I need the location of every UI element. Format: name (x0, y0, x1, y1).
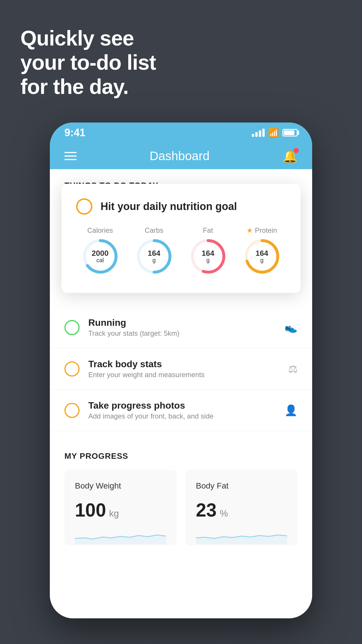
body-weight-value: 100 (75, 500, 106, 521)
body-weight-card[interactable]: Body Weight 100 kg (64, 470, 177, 545)
star-icon: ★ (247, 226, 253, 235)
body-fat-card[interactable]: Body Fat 23 % (185, 470, 298, 545)
nutrition-card-title: Hit your daily nutrition goal (101, 200, 237, 213)
calories-label: Calories (87, 226, 113, 235)
hero-line1: Quickly see (20, 26, 156, 50)
content-area: THINGS TO DO TODAY Hit your daily nutrit… (50, 169, 312, 618)
progress-cards: Body Weight 100 kg Body Fat (64, 470, 298, 545)
body-fat-title: Body Fat (196, 481, 287, 491)
notification-dot (294, 148, 299, 153)
hero-line3: for the day. (20, 75, 156, 99)
menu-button[interactable] (64, 152, 77, 160)
nutrition-carbs: Carbs 164 g (130, 226, 178, 275)
todo-list: Running Track your stats (target: 5km) 👟… (50, 307, 312, 431)
phone-frame: 9:41 📶 Dashboard 🔔 THINGS TO DO TOD (50, 123, 312, 618)
nutrition-card: Hit your daily nutrition goal Calories 2… (61, 184, 301, 293)
running-title: Running (88, 317, 276, 328)
carbs-donut: 164 g (135, 237, 173, 275)
body-weight-unit: kg (109, 508, 119, 519)
nutrition-calories: Calories 2000 cal (76, 226, 124, 275)
photos-check-circle[interactable] (64, 403, 80, 418)
hero-line2: your to-do list (20, 50, 156, 75)
nav-title: Dashboard (150, 149, 209, 163)
running-subtitle: Track your stats (target: 5km) (88, 329, 276, 337)
protein-donut: 164 g (243, 237, 281, 275)
todo-progress-photos[interactable]: Take progress photos Add images of your … (50, 390, 312, 431)
running-check-circle[interactable] (64, 320, 80, 335)
photos-title: Take progress photos (88, 400, 276, 411)
fat-label: Fat (203, 226, 213, 235)
wifi-icon: 📶 (268, 128, 279, 138)
nutrition-row: Calories 2000 cal Carbs (76, 226, 286, 275)
protein-label: ★ Protein (247, 226, 277, 235)
nav-bar: Dashboard 🔔 (50, 143, 312, 169)
body-fat-value: 23 (196, 500, 217, 521)
person-icon: 👤 (284, 404, 298, 416)
hero-text: Quickly see your to-do list for the day. (20, 26, 156, 99)
progress-section-title: MY PROGRESS (64, 452, 298, 461)
body-weight-chart (75, 527, 166, 544)
body-stats-check-circle[interactable] (64, 361, 80, 377)
battery-icon (282, 129, 298, 136)
card-header: Hit your daily nutrition goal (76, 198, 286, 215)
body-fat-unit: % (220, 508, 228, 519)
status-icons: 📶 (252, 128, 298, 138)
status-bar: 9:41 📶 (50, 123, 312, 143)
progress-section: MY PROGRESS Body Weight 100 kg (50, 437, 312, 557)
signal-icon (252, 129, 265, 137)
body-fat-chart (196, 527, 287, 544)
notifications-button[interactable]: 🔔 (282, 149, 298, 163)
status-time: 9:41 (64, 127, 85, 139)
photos-subtitle: Add images of your front, back, and side (88, 412, 276, 420)
fat-donut: 164 g (189, 237, 227, 275)
todo-running[interactable]: Running Track your stats (target: 5km) 👟 (50, 307, 312, 348)
carbs-label: Carbs (145, 226, 163, 235)
nutrition-check-circle[interactable] (76, 198, 92, 215)
nutrition-protein: ★ Protein 164 g (238, 226, 286, 275)
calories-donut: 2000 cal (81, 237, 119, 275)
nutrition-fat: Fat 164 g (184, 226, 232, 275)
todo-body-stats[interactable]: Track body stats Enter your weight and m… (50, 348, 312, 390)
body-stats-subtitle: Enter your weight and measurements (88, 371, 280, 379)
body-stats-title: Track body stats (88, 359, 280, 370)
body-weight-title: Body Weight (75, 481, 166, 491)
scale-icon: ⚖ (288, 363, 298, 375)
running-icon: 👟 (284, 321, 298, 334)
